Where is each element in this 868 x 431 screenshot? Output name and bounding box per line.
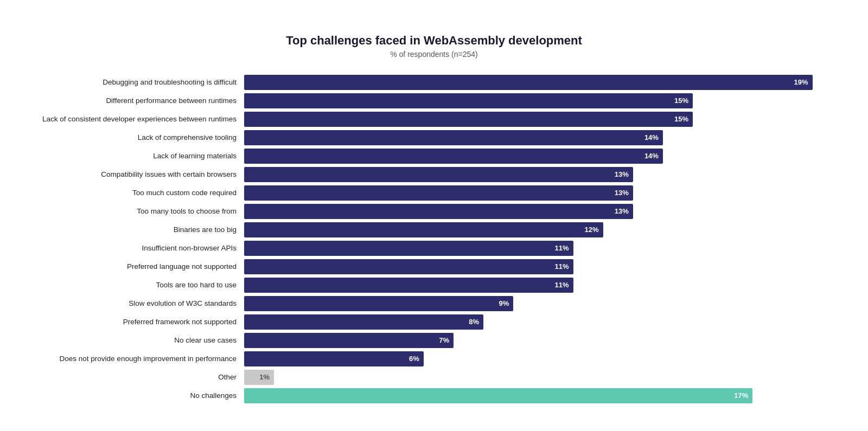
bar-pct-label: 15% xyxy=(674,97,688,105)
bar-pct-label: 17% xyxy=(734,391,748,400)
bar-label: Too much custom code required xyxy=(38,188,244,198)
bar-fill: 11% xyxy=(244,278,573,293)
bar-row: Slow evolution of W3C standards9% xyxy=(38,296,830,311)
bar-label: Different performance between runtimes xyxy=(38,96,244,106)
bar-label: Lack of consistent developer experiences… xyxy=(38,114,244,124)
bar-fill: 15% xyxy=(244,112,693,127)
bar-fill: 19% xyxy=(244,75,813,90)
bar-fill: 7% xyxy=(244,333,454,348)
bar-track: 19% xyxy=(244,75,830,90)
bar-label: Other xyxy=(38,372,244,382)
bar-pct-label: 14% xyxy=(644,152,659,160)
bar-track: 8% xyxy=(244,314,830,330)
bar-row: Too much custom code required13% xyxy=(38,185,830,201)
bar-row: Other1% xyxy=(38,370,830,385)
bar-track: 15% xyxy=(244,93,830,108)
bar-pct-label: 19% xyxy=(794,78,808,86)
bar-track: 14% xyxy=(244,149,830,164)
bar-row: No clear use cases7% xyxy=(38,333,830,348)
bar-track: 11% xyxy=(244,278,830,293)
bar-fill: 11% xyxy=(244,259,573,274)
bar-fill: 12% xyxy=(244,222,603,237)
bar-fill: 8% xyxy=(244,314,483,330)
bar-fill: 14% xyxy=(244,149,663,164)
bar-pct-label: 11% xyxy=(554,244,569,252)
bar-row: Different performance between runtimes15… xyxy=(38,93,830,108)
bar-label: Binaries are too big xyxy=(38,225,244,235)
bar-label: No clear use cases xyxy=(38,336,244,345)
bar-row: Debugging and troubleshooting is difficu… xyxy=(38,75,830,90)
bar-track: 9% xyxy=(244,296,830,311)
bar-row: No challenges17% xyxy=(38,388,830,403)
bar-track: 13% xyxy=(244,204,830,219)
bar-row: Lack of comprehensive tooling14% xyxy=(38,130,830,145)
bar-pct-label: 11% xyxy=(554,281,569,289)
bar-label: Preferred framework not supported xyxy=(38,317,244,327)
bar-fill: 14% xyxy=(244,130,663,145)
bar-track: 17% xyxy=(244,388,830,403)
bar-fill: 1% xyxy=(244,370,274,385)
bar-track: 13% xyxy=(244,185,830,201)
bar-fill: 17% xyxy=(244,388,752,403)
bar-track: 12% xyxy=(244,222,830,237)
bar-pct-label: 15% xyxy=(674,115,688,123)
bar-row: Too many tools to choose from13% xyxy=(38,204,830,219)
bar-label: Debugging and troubleshooting is difficu… xyxy=(38,78,244,87)
bar-row: Preferred framework not supported8% xyxy=(38,314,830,330)
bar-fill: 15% xyxy=(244,93,693,108)
bar-track: 6% xyxy=(244,351,830,366)
bar-label: Lack of comprehensive tooling xyxy=(38,133,244,143)
bar-row: Lack of learning materials14% xyxy=(38,149,830,164)
chart-container: Top challenges faced in WebAssembly deve… xyxy=(16,17,852,414)
bar-label: Too many tools to choose from xyxy=(38,207,244,216)
bar-track: 1% xyxy=(244,370,830,385)
bar-fill: 13% xyxy=(244,167,633,182)
bar-label: Tools are too hard to use xyxy=(38,280,244,290)
bar-label: Slow evolution of W3C standards xyxy=(38,299,244,308)
bar-track: 14% xyxy=(244,130,830,145)
bar-pct-label: 6% xyxy=(409,355,419,363)
bar-track: 11% xyxy=(244,241,830,256)
bar-row: Lack of consistent developer experiences… xyxy=(38,112,830,127)
bar-row: Insufficient non-browser APIs11% xyxy=(38,241,830,256)
bar-fill: 9% xyxy=(244,296,513,311)
chart-title: Top challenges faced in WebAssembly deve… xyxy=(38,34,830,48)
bar-fill: 6% xyxy=(244,351,424,366)
bar-label: Lack of learning materials xyxy=(38,151,244,161)
bar-row: Tools are too hard to use11% xyxy=(38,278,830,293)
bar-fill: 13% xyxy=(244,204,633,219)
bar-pct-label: 13% xyxy=(615,189,629,197)
bar-label: No challenges xyxy=(38,391,244,401)
bar-label: Compatibility issues with certain browse… xyxy=(38,170,244,179)
bar-pct-label: 7% xyxy=(439,336,449,344)
bar-pct-label: 8% xyxy=(469,318,479,326)
bar-row: Does not provide enough improvement in p… xyxy=(38,351,830,366)
bar-pct-label: 9% xyxy=(499,299,509,307)
bar-label: Does not provide enough improvement in p… xyxy=(38,354,244,364)
bar-fill: 13% xyxy=(244,185,633,201)
bar-pct-label: 14% xyxy=(644,133,659,141)
bar-row: Preferred language not supported11% xyxy=(38,259,830,274)
bar-track: 15% xyxy=(244,112,830,127)
bar-track: 13% xyxy=(244,167,830,182)
bar-pct-label: 11% xyxy=(554,262,569,271)
bar-track: 11% xyxy=(244,259,830,274)
bar-label: Preferred language not supported xyxy=(38,262,244,272)
chart-subtitle: % of respondents (n=254) xyxy=(38,50,830,59)
bar-row: Compatibility issues with certain browse… xyxy=(38,167,830,182)
bar-label: Insufficient non-browser APIs xyxy=(38,243,244,253)
bar-pct-label: 13% xyxy=(615,170,629,178)
bar-track: 7% xyxy=(244,333,830,348)
bar-pct-label: 12% xyxy=(585,226,599,234)
bar-pct-label: 1% xyxy=(259,373,270,381)
bar-pct-label: 13% xyxy=(615,207,629,215)
bar-chart: Debugging and troubleshooting is difficu… xyxy=(38,75,830,403)
bar-row: Binaries are too big12% xyxy=(38,222,830,237)
bar-fill: 11% xyxy=(244,241,573,256)
